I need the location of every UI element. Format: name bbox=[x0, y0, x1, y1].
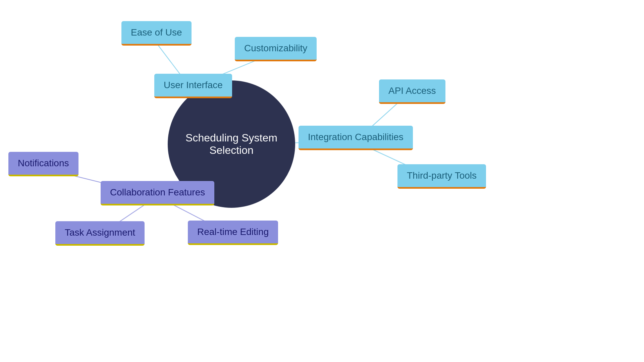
node-ease-of-use[interactable]: Ease of Use bbox=[121, 21, 192, 46]
node-realtime-editing[interactable]: Real-time Editing bbox=[188, 221, 278, 245]
node-api-access[interactable]: API Access bbox=[379, 79, 445, 104]
node-user-interface[interactable]: User Interface bbox=[154, 74, 232, 98]
node-integration[interactable]: Integration Capabilities bbox=[299, 126, 413, 150]
node-third-party-label: Third-party Tools bbox=[407, 170, 477, 181]
node-ease-of-use-label: Ease of Use bbox=[131, 27, 182, 38]
node-notifications-label: Notifications bbox=[18, 158, 69, 168]
node-task-assignment[interactable]: Task Assignment bbox=[55, 221, 145, 246]
node-integration-label: Integration Capabilities bbox=[308, 132, 404, 142]
node-third-party[interactable]: Third-party Tools bbox=[397, 164, 486, 189]
node-user-interface-label: User Interface bbox=[164, 80, 223, 90]
node-notifications[interactable]: Notifications bbox=[8, 152, 78, 176]
mind-map-connections bbox=[0, 0, 644, 362]
node-collaboration[interactable]: Collaboration Features bbox=[101, 181, 214, 205]
node-realtime-editing-label: Real-time Editing bbox=[197, 227, 269, 237]
node-customizability-label: Customizability bbox=[244, 43, 307, 53]
node-customizability[interactable]: Customizability bbox=[235, 37, 317, 61]
node-collaboration-label: Collaboration Features bbox=[110, 187, 205, 197]
node-api-access-label: API Access bbox=[388, 85, 436, 96]
center-label: Scheduling System Selection bbox=[168, 132, 295, 157]
node-task-assignment-label: Task Assignment bbox=[65, 227, 135, 238]
